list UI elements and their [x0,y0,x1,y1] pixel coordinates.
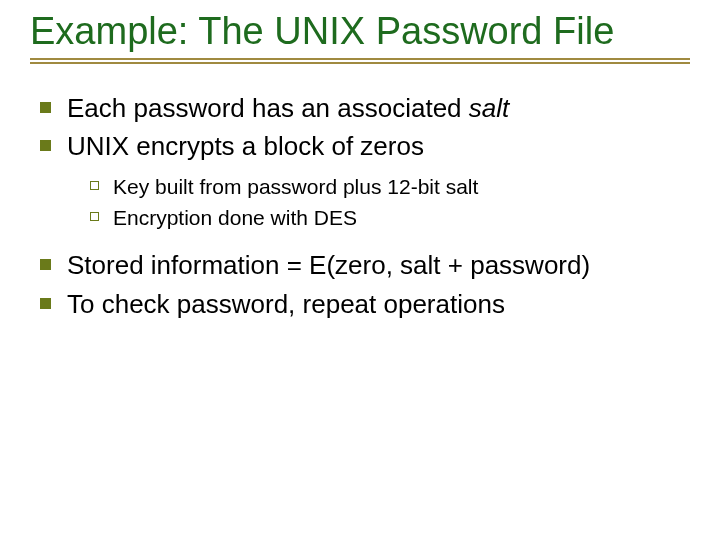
sub-bullet-text: Key built from password plus 12-bit salt [113,173,478,200]
bullet-text: UNIX encrypts a block of zeros [67,130,424,163]
bullet-text: To check password, repeat operations [67,288,505,321]
bullet-text: Each password has an associated salt [67,92,509,125]
square-bullet-icon [40,140,51,151]
hollow-square-bullet-icon [90,181,99,190]
slide-title: Example: The UNIX Password File [30,10,690,64]
slide-body: Each password has an associated salt UNI… [30,82,690,321]
sub-bullet-item: Encryption done with DES [90,204,690,231]
text-emphasis: salt [469,93,509,123]
hollow-square-bullet-icon [90,212,99,221]
bullet-item: Each password has an associated salt [40,92,690,125]
bullet-item: Stored information = E(zero, salt + pass… [40,249,690,282]
sub-bullet-item: Key built from password plus 12-bit salt [90,173,690,200]
square-bullet-icon [40,102,51,113]
square-bullet-icon [40,298,51,309]
bullet-text: Stored information = E(zero, salt + pass… [67,249,590,282]
square-bullet-icon [40,259,51,270]
slide: Example: The UNIX Password File Each pas… [0,0,720,540]
sub-bullet-group: Key built from password plus 12-bit salt… [90,173,690,232]
sub-bullet-text: Encryption done with DES [113,204,357,231]
bullet-item: UNIX encrypts a block of zeros [40,130,690,163]
bullet-item: To check password, repeat operations [40,288,690,321]
text-run: Each password has an associated [67,93,469,123]
